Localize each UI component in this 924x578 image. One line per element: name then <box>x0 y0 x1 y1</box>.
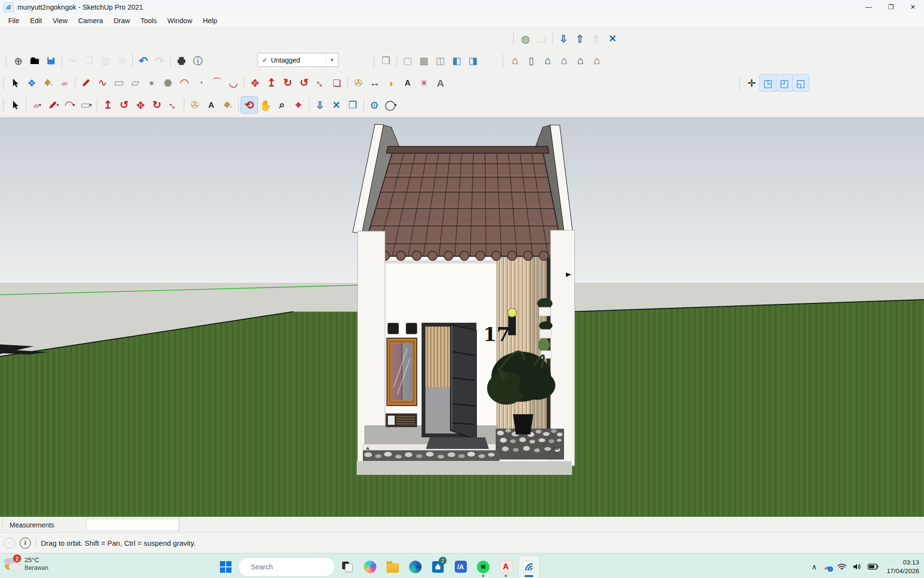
rectangle-button[interactable]: ▭ <box>111 75 127 91</box>
move-button[interactable]: ✥ <box>132 97 149 113</box>
display-section-cuts-button[interactable]: ◰ <box>776 75 793 91</box>
arc-button[interactable]: ◠▾ <box>62 97 78 113</box>
open-button[interactable] <box>26 53 43 69</box>
iso-view-button[interactable]: ⌂ <box>507 53 523 69</box>
extension-warehouse-button[interactable]: ✕ <box>328 97 345 113</box>
text-button[interactable]: A <box>399 75 416 91</box>
menu-draw[interactable]: Draw <box>108 15 135 26</box>
top-view-button[interactable]: ▯ <box>523 53 539 69</box>
3d-text-button[interactable]: A <box>432 75 449 91</box>
print-button[interactable] <box>173 53 190 69</box>
rectangle-button[interactable]: ▭▾ <box>78 97 94 113</box>
eraser-button[interactable]: ▰ <box>56 75 73 91</box>
model-viewport[interactable]: 17 <box>0 118 924 517</box>
spotify-button[interactable] <box>473 556 493 578</box>
paint-bucket-button[interactable] <box>40 75 56 91</box>
menu-tools[interactable]: Tools <box>135 15 162 26</box>
clock[interactable]: 03:13 17/04/2026 <box>886 558 919 575</box>
volume-icon[interactable] <box>853 563 861 570</box>
geolocate-icon[interactable]: ◦ <box>4 538 15 549</box>
shaded-button[interactable]: ◧ <box>449 53 465 69</box>
wifi-icon[interactable] <box>837 563 847 570</box>
undo-button[interactable]: ↶ <box>135 53 152 69</box>
house-model[interactable]: 17 <box>353 124 575 474</box>
new-button[interactable]: ⊕ <box>10 53 26 69</box>
dimension-button[interactable]: ↔ <box>367 75 383 91</box>
back-view-button[interactable]: ⌂ <box>572 53 589 69</box>
edge-button[interactable] <box>405 556 425 578</box>
copilot-button[interactable] <box>360 556 380 578</box>
right-view-button[interactable]: ⌂ <box>556 53 572 69</box>
move-button[interactable]: ✥ <box>247 75 263 91</box>
file-explorer-button[interactable] <box>383 556 403 578</box>
orbit-button[interactable]: ⟲ <box>241 97 257 113</box>
zoom-button[interactable]: ⌕ <box>274 97 290 113</box>
arc-button[interactable]: ◠ <box>176 75 192 91</box>
menu-camera[interactable]: Camera <box>73 15 109 26</box>
get-models-button[interactable]: ⇩ <box>555 30 572 47</box>
back-edges-button[interactable]: ▩ <box>416 53 432 69</box>
x-ray-button[interactable]: ▢ <box>399 53 416 69</box>
monochrome-button[interactable]: ❒ <box>378 53 394 69</box>
left-view-button[interactable]: ⌂ <box>589 53 605 69</box>
select-button[interactable] <box>7 97 24 113</box>
microsoft-store-button[interactable]: 2 <box>428 556 448 578</box>
follow-me-button[interactable]: ↺ <box>116 97 132 113</box>
follow-me-button[interactable]: ↺ <box>296 75 312 91</box>
push-pull-button[interactable]: ↥ <box>263 75 280 91</box>
task-view-button[interactable] <box>337 556 358 578</box>
axes-button[interactable]: ✳ <box>416 75 432 91</box>
protractor-button[interactable]: ◗ <box>383 75 399 91</box>
share-model-button[interactable]: ⇧ <box>572 30 588 47</box>
minimize-button[interactable]: — <box>858 0 880 14</box>
three-point-arc-button[interactable]: ◡ <box>225 75 242 91</box>
push-pull-button[interactable]: ↥ <box>100 97 116 113</box>
model-info-button[interactable]: ⓘ <box>190 53 206 69</box>
shaded-with-textures-button[interactable]: ◨ <box>465 53 481 69</box>
tray-expand-icon[interactable]: ∧ <box>811 563 817 571</box>
close-button[interactable]: ✕ <box>902 0 924 14</box>
scale-button[interactable]: ↔ <box>312 75 329 91</box>
menu-file[interactable]: File <box>3 15 25 26</box>
weather-widget[interactable]: 2 25°C Berawan <box>4 555 48 573</box>
hidden-line-button[interactable]: ◫ <box>432 53 449 69</box>
archicad-button[interactable]: /A <box>450 556 471 578</box>
search-box[interactable] <box>238 557 335 577</box>
tag-dropdown[interactable]: ✓ Untagged ▾ <box>257 53 338 67</box>
freehand-button[interactable]: ∿ <box>94 75 111 91</box>
send-to-layout-button[interactable]: ❐ <box>345 97 361 113</box>
measurements-input[interactable] <box>86 519 179 531</box>
sketchup-taskbar-button[interactable] <box>518 555 539 578</box>
restore-button[interactable]: ❐ <box>880 0 902 14</box>
save-button[interactable] <box>43 53 59 69</box>
front-view-button[interactable]: ⌂ <box>539 53 556 69</box>
battery-icon[interactable] <box>868 564 878 570</box>
rotated-rectangle-button[interactable]: ▱ <box>127 75 143 91</box>
zoom-extents-button[interactable]: ⌖ <box>290 97 307 113</box>
autocad-button[interactable]: A <box>496 556 516 578</box>
two-point-arc-button[interactable]: ⌒ <box>209 75 225 91</box>
account-button[interactable]: ◯▾ <box>383 97 399 113</box>
rotate-button[interactable]: ↻ <box>149 97 165 113</box>
circle-button[interactable]: ● <box>143 75 160 91</box>
polygon-button[interactable]: ⬣ <box>160 75 176 91</box>
add-location-button[interactable]: ◍ <box>517 30 534 47</box>
extension-warehouse-button[interactable]: ✕ <box>604 30 621 47</box>
line-button[interactable] <box>78 75 94 91</box>
select-button[interactable] <box>7 75 24 91</box>
rotate-button[interactable]: ↻ <box>280 75 296 91</box>
start-button[interactable] <box>216 556 236 578</box>
scale-button[interactable]: ↔ <box>165 97 181 113</box>
info-icon[interactable]: i <box>20 538 31 549</box>
text-button[interactable]: A <box>203 97 219 113</box>
line-button[interactable]: ▾ <box>45 97 62 113</box>
get-models-button[interactable]: ⇩ <box>312 97 328 113</box>
pie-button[interactable]: ◔ <box>192 75 209 91</box>
menu-help[interactable]: Help <box>197 15 222 26</box>
menu-window[interactable]: Window <box>162 15 198 26</box>
north-compass-button[interactable]: ✛ <box>744 75 760 91</box>
paint-bucket-button[interactable] <box>219 97 236 113</box>
eraser-button[interactable]: ▰▾ <box>29 97 45 113</box>
display-section-planes-button[interactable]: ◳ <box>760 75 776 91</box>
menu-edit[interactable]: Edit <box>25 15 47 26</box>
